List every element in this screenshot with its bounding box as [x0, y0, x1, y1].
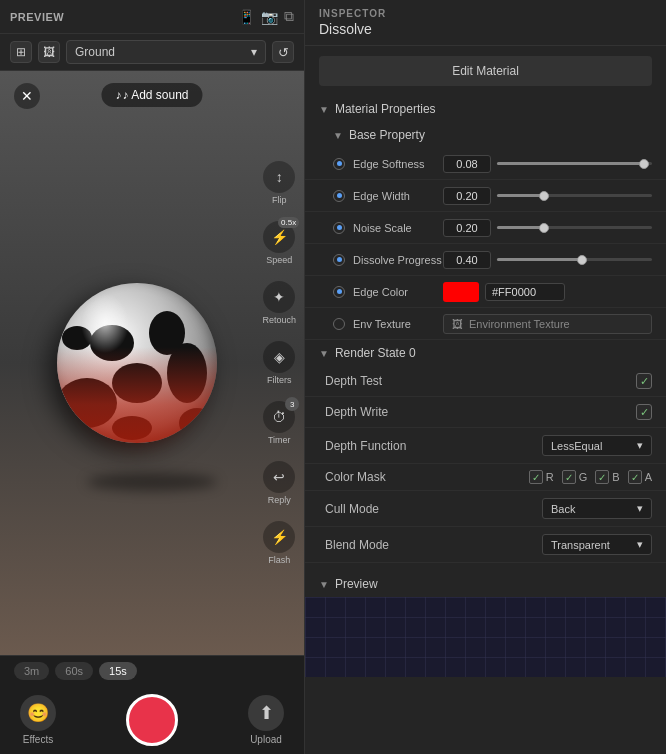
edge-color-swatch[interactable]	[443, 282, 479, 302]
preview-toolbar: ⊞ 🖼 Ground ▾ ↺	[0, 34, 304, 71]
base-property-header[interactable]: ▼ Base Property	[305, 122, 666, 148]
env-texture-radio[interactable]	[333, 318, 345, 330]
noise-scale-slider[interactable]	[497, 226, 652, 229]
edit-material-btn[interactable]: Edit Material	[319, 56, 652, 86]
render-state-header[interactable]: ▼ Render State 0	[305, 340, 666, 366]
upload-button[interactable]: ⬆ Upload	[248, 695, 284, 745]
upload-label: Upload	[250, 734, 282, 745]
external-link-icon[interactable]: ⧉	[284, 8, 294, 25]
dissolve-progress-row: Dissolve Progress	[305, 244, 666, 276]
effects-label: Effects	[23, 734, 53, 745]
dissolve-progress-radio[interactable]	[333, 254, 345, 266]
camera-icon[interactable]: 📷	[261, 9, 278, 25]
depth-write-label: Depth Write	[325, 405, 636, 419]
edge-color-radio[interactable]	[333, 286, 345, 298]
sphere	[57, 283, 217, 443]
collapse-arrow-render: ▼	[319, 348, 329, 359]
effects-icon: 😊	[20, 695, 56, 731]
color-mask-r-checkbox[interactable]: ✓	[529, 470, 543, 484]
color-mask-g: ✓ G	[562, 470, 588, 484]
tool-reply[interactable]: ↩ Reply	[263, 461, 295, 505]
sphere-container	[57, 283, 217, 443]
edge-softness-slider[interactable]	[497, 162, 652, 165]
right-tools: ↕ Flip ⚡ 0.5x Speed ✦ Retouch ◈ Filters	[262, 161, 296, 565]
photo-icon-btn[interactable]: 🖼	[38, 41, 60, 63]
bottom-bar: 😊 Effects ⬆ Upload	[0, 686, 304, 754]
color-mask-label: Color Mask	[325, 470, 525, 484]
base-property-label: Base Property	[349, 128, 425, 142]
edge-softness-radio[interactable]	[333, 158, 345, 170]
material-properties-header[interactable]: ▼ Material Properties	[305, 96, 666, 122]
ground-shadow	[87, 473, 217, 491]
ground-select[interactable]: Ground ▾	[66, 40, 266, 64]
close-btn[interactable]: ✕	[14, 83, 40, 109]
tool-flash[interactable]: ⚡ Flash	[263, 521, 295, 565]
edge-color-label: Edge Color	[353, 286, 443, 298]
edge-softness-row: Edge Softness	[305, 148, 666, 180]
dissolve-progress-label: Dissolve Progress	[353, 254, 443, 266]
tool-timer[interactable]: ⏱ 3 Timer	[263, 401, 295, 445]
phone-icon[interactable]: 📱	[238, 9, 255, 25]
chevron-down-icon: ▾	[637, 439, 643, 452]
preview-section: ▼ Preview	[305, 571, 666, 677]
env-texture-label: Env Texture	[353, 318, 443, 330]
material-properties-label: Material Properties	[335, 102, 436, 116]
cull-mode-dropdown[interactable]: Back ▾	[542, 498, 652, 519]
collapse-arrow-material: ▼	[319, 104, 329, 115]
blend-mode-dropdown[interactable]: Transparent ▾	[542, 534, 652, 555]
depth-function-dropdown[interactable]: LessEqual ▾	[542, 435, 652, 456]
duration-3m[interactable]: 3m	[14, 662, 49, 680]
blend-mode-row: Blend Mode Transparent ▾	[305, 527, 666, 563]
duration-bar: 3m 60s 15s	[0, 656, 304, 686]
right-panel: INSPECTOR Dissolve Edit Material ▼ Mater…	[305, 0, 666, 754]
depth-function-row: Depth Function LessEqual ▾	[305, 428, 666, 464]
duration-15s[interactable]: 15s	[99, 662, 137, 680]
collapse-arrow-preview: ▼	[319, 579, 329, 590]
preview-header-icons: 📱 📷 ⧉	[238, 8, 294, 25]
color-mask-b: ✓ B	[595, 470, 619, 484]
tool-flip[interactable]: ↕ Flip	[263, 161, 295, 205]
render-state-label: Render State 0	[335, 346, 416, 360]
tool-filters[interactable]: ◈ Filters	[263, 341, 295, 385]
tool-retouch[interactable]: ✦ Retouch	[262, 281, 296, 325]
depth-test-row: Depth Test ✓	[305, 366, 666, 397]
cull-mode-label: Cull Mode	[325, 502, 542, 516]
color-mask-r: ✓ R	[529, 470, 554, 484]
edge-width-radio[interactable]	[333, 190, 345, 202]
cull-mode-row: Cull Mode Back ▾	[305, 491, 666, 527]
effects-button[interactable]: 😊 Effects	[20, 695, 56, 745]
depth-write-row: Depth Write ✓	[305, 397, 666, 428]
record-button[interactable]	[126, 694, 178, 746]
left-panel: PREVIEW 📱 📷 ⧉ ⊞ 🖼 Ground ▾ ↺ ✕ ♪ ♪ Add s…	[0, 0, 305, 754]
edge-softness-input[interactable]	[443, 155, 491, 173]
inspector-header: INSPECTOR Dissolve	[305, 0, 666, 46]
dissolve-progress-input[interactable]	[443, 251, 491, 269]
color-mask-g-checkbox[interactable]: ✓	[562, 470, 576, 484]
chevron-down-icon: ▾	[251, 45, 257, 59]
depth-test-checkbox[interactable]: ✓	[636, 373, 652, 389]
edge-width-input[interactable]	[443, 187, 491, 205]
duration-60s[interactable]: 60s	[55, 662, 93, 680]
tool-speed[interactable]: ⚡ 0.5x Speed	[263, 221, 295, 265]
blend-mode-label: Blend Mode	[325, 538, 542, 552]
layers-icon-btn[interactable]: ⊞	[10, 41, 32, 63]
chevron-down-icon: ▾	[637, 502, 643, 515]
preview-title: PREVIEW	[10, 11, 64, 23]
add-sound-btn[interactable]: ♪ ♪ Add sound	[101, 83, 202, 107]
noise-scale-label: Noise Scale	[353, 222, 443, 234]
edge-width-slider[interactable]	[497, 194, 652, 197]
refresh-btn[interactable]: ↺	[272, 41, 294, 63]
noise-scale-radio[interactable]	[333, 222, 345, 234]
noise-scale-input[interactable]	[443, 219, 491, 237]
dissolve-progress-slider[interactable]	[497, 258, 652, 261]
noise-scale-row: Noise Scale	[305, 212, 666, 244]
edge-color-hex-input[interactable]	[485, 283, 565, 301]
color-mask-a-checkbox[interactable]: ✓	[628, 470, 642, 484]
preview-section-header[interactable]: ▼ Preview	[305, 571, 666, 597]
color-mask-b-checkbox[interactable]: ✓	[595, 470, 609, 484]
inspector-title: INSPECTOR	[319, 8, 652, 19]
depth-write-checkbox[interactable]: ✓	[636, 404, 652, 420]
collapse-arrow-base: ▼	[333, 130, 343, 141]
env-texture-area[interactable]: 🖼 Environment Texture	[443, 314, 652, 334]
preview-grid	[305, 597, 666, 677]
